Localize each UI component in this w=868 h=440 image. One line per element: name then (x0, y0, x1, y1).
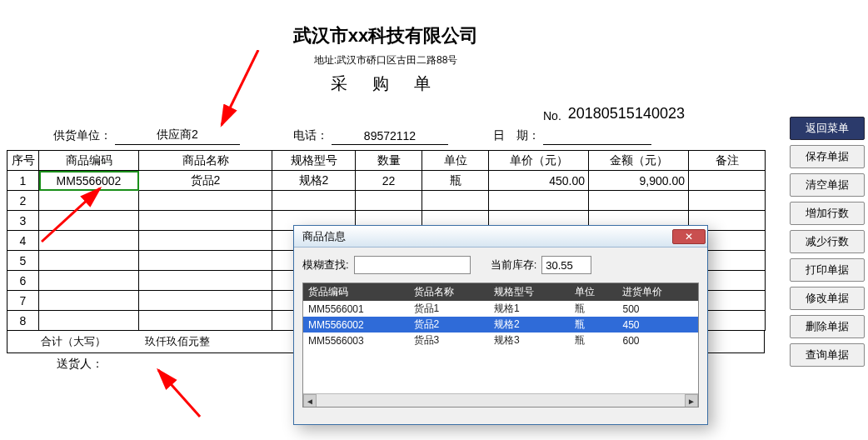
table-cell[interactable] (139, 231, 272, 251)
dlg-col-name: 货品名称 (409, 283, 489, 301)
table-cell[interactable] (689, 171, 766, 191)
list-cell: 500 (617, 301, 698, 317)
list-cell: 规格3 (489, 332, 569, 348)
table-cell[interactable] (139, 291, 272, 311)
list-cell: MM5566001 (303, 301, 409, 317)
table-cell[interactable] (139, 251, 272, 271)
table-cell[interactable] (689, 191, 766, 211)
delete-button[interactable]: 删除单据 (790, 315, 865, 338)
table-cell[interactable] (422, 191, 489, 211)
list-cell: 瓶 (570, 317, 618, 332)
dlg-col-price: 进货单价 (617, 283, 698, 301)
table-cell[interactable] (39, 231, 139, 251)
table-cell[interactable] (139, 191, 272, 211)
list-cell: 货品3 (409, 332, 489, 348)
table-cell[interactable] (139, 211, 272, 231)
clear-button[interactable]: 清空单据 (790, 173, 865, 197)
col-name: 商品名称 (139, 151, 272, 171)
supplier-value[interactable]: 供应商2 (115, 126, 240, 145)
save-button[interactable]: 保存单据 (790, 145, 865, 168)
table-cell[interactable] (139, 311, 272, 331)
table-cell[interactable]: 4 (7, 231, 39, 251)
list-cell: 600 (617, 332, 698, 348)
table-cell[interactable] (139, 271, 272, 291)
table-cell[interactable] (39, 191, 139, 211)
col-spec: 规格型号 (272, 151, 356, 171)
table-cell[interactable]: 22 (356, 171, 422, 191)
table-cell[interactable]: MM5566002 (39, 171, 139, 191)
dlg-col-code: 货品编码 (303, 283, 409, 301)
list-item[interactable]: MM5566003货品3规格3瓶600 (303, 332, 698, 348)
table-cell[interactable]: 瓶 (422, 171, 489, 191)
query-button[interactable]: 查询单据 (790, 343, 865, 367)
date-label: 日 期： (490, 127, 543, 145)
close-icon[interactable]: ✕ (672, 229, 706, 244)
table-cell[interactable] (39, 211, 139, 231)
product-list[interactable]: 货品编码 货品名称 规格型号 单位 进货单价 MM5566001货品1规格1瓶5… (302, 282, 699, 408)
dialog-hscrollbar[interactable]: ◄ ► (303, 393, 698, 407)
no-label: No. (540, 108, 565, 124)
back-menu-button[interactable]: 返回菜单 (790, 117, 865, 140)
table-header: 序号 商品编码 商品名称 规格型号 数量 单位 单价（元） 金额（元） 备注 (7, 151, 766, 171)
total-label: 合计（大写） (7, 331, 138, 353)
supplier-label: 供货单位： (50, 127, 115, 145)
list-cell: 货品1 (409, 301, 489, 317)
col-code: 商品编码 (39, 151, 139, 171)
date-value[interactable] (543, 141, 651, 145)
table-cell[interactable] (356, 191, 422, 211)
stock-label: 当前库存: (491, 258, 537, 272)
table-cell[interactable]: 2 (7, 191, 39, 211)
list-item[interactable]: MM5566002货品2规格2瓶450 (303, 317, 698, 332)
col-qty: 数量 (356, 151, 422, 171)
table-row[interactable]: 2 (7, 191, 766, 211)
company-address: 地址:武汉市硚口区古田二路88号 (7, 53, 765, 68)
dlg-col-spec: 规格型号 (489, 283, 569, 301)
list-cell: MM5566002 (303, 317, 409, 332)
table-cell[interactable]: 9,900.00 (589, 171, 689, 191)
list-cell: 货品2 (409, 317, 489, 332)
table-cell[interactable] (272, 191, 356, 211)
table-cell[interactable]: 3 (7, 211, 39, 231)
fuzzy-input[interactable] (354, 256, 471, 274)
list-cell: 规格2 (489, 317, 569, 332)
scroll-right-icon[interactable]: ► (685, 394, 698, 408)
fuzzy-label: 模糊查找: (302, 258, 349, 272)
scroll-left-icon[interactable]: ◄ (303, 394, 317, 408)
table-cell[interactable]: 6 (7, 271, 39, 291)
table-cell[interactable]: 450.00 (489, 171, 589, 191)
company-title: 武汉市xx科技有限公司 (7, 23, 765, 48)
table-cell[interactable] (489, 191, 589, 211)
list-cell: MM5566003 (303, 332, 409, 348)
phone-value[interactable]: 89572112 (332, 128, 448, 145)
list-cell: 瓶 (570, 301, 618, 317)
action-panel: 返回菜单 保存单据 清空单据 增加行数 减少行数 打印单据 修改单据 删除单据 … (790, 117, 865, 367)
list-item[interactable]: MM5566001货品1规格1瓶500 (303, 301, 698, 317)
phone-label: 电话： (290, 127, 332, 145)
annotation-arrow-icon (133, 367, 217, 425)
table-cell[interactable] (39, 251, 139, 271)
table-cell[interactable] (39, 311, 139, 331)
table-row[interactable]: 1MM5566002货品2规格222瓶450.009,900.00 (7, 171, 766, 191)
table-cell[interactable]: 1 (7, 171, 39, 191)
table-cell[interactable]: 规格2 (272, 171, 356, 191)
product-info-dialog: 商品信息 ✕ 模糊查找: 当前库存: 货品编码 货品名称 规格型号 单位 进货单… (293, 225, 708, 425)
col-idx: 序号 (7, 151, 39, 171)
col-amount: 金额（元） (589, 151, 689, 171)
table-cell[interactable]: 7 (7, 291, 39, 311)
remove-row-button[interactable]: 减少行数 (790, 230, 865, 253)
table-cell[interactable]: 5 (7, 251, 39, 271)
svg-line-2 (158, 370, 200, 417)
list-cell: 规格1 (489, 301, 569, 317)
table-cell[interactable] (589, 191, 689, 211)
print-button[interactable]: 打印单据 (790, 258, 865, 282)
table-cell[interactable]: 货品2 (139, 171, 272, 191)
dlg-col-unit: 单位 (570, 283, 618, 301)
stock-input[interactable] (541, 256, 591, 274)
modify-button[interactable]: 修改单据 (790, 287, 865, 310)
table-cell[interactable] (39, 271, 139, 291)
add-row-button[interactable]: 增加行数 (790, 202, 865, 225)
table-cell[interactable]: 8 (7, 311, 39, 331)
list-cell: 瓶 (570, 332, 618, 348)
col-remark: 备注 (689, 151, 766, 171)
table-cell[interactable] (39, 291, 139, 311)
